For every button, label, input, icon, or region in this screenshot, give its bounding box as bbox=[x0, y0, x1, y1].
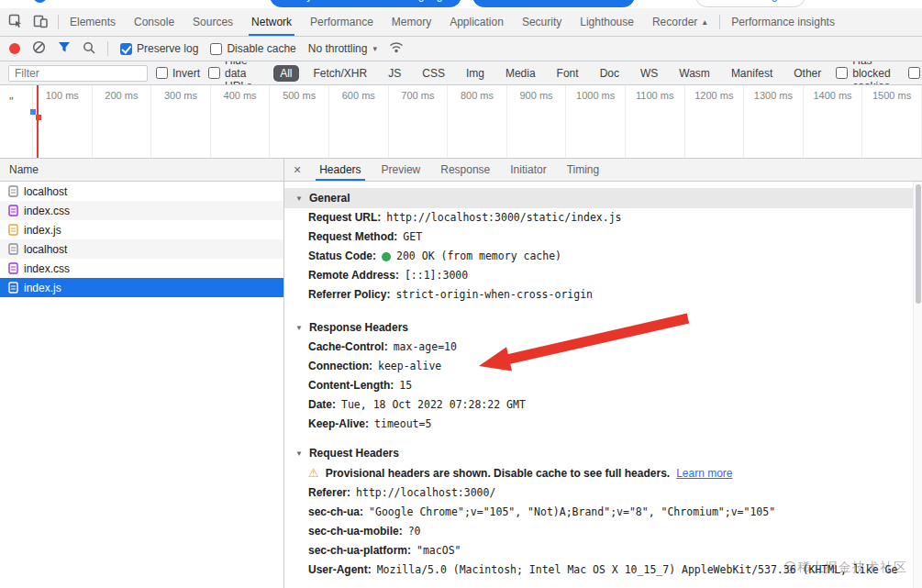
document-icon bbox=[8, 243, 18, 255]
banner-message: DevTools is now available in Chinese! bbox=[54, 0, 246, 2]
checkbox-unchecked[interactable] bbox=[210, 43, 222, 55]
filter-pill-img[interactable]: Img bbox=[460, 65, 491, 82]
js-file-icon bbox=[8, 282, 18, 294]
header-line: sec-ch-ua-platform: "macOS" bbox=[284, 541, 913, 560]
devtools-tabbar: Elements Console Sources Network Perform… bbox=[0, 8, 922, 37]
filter-pill-doc[interactable]: Doc bbox=[594, 65, 626, 82]
request-row-localhost[interactable]: localhost bbox=[0, 182, 283, 201]
recorder-preview-badge-icon: ▲ bbox=[701, 18, 708, 27]
checkbox-unchecked[interactable] bbox=[208, 67, 220, 79]
device-toolbar-icon[interactable] bbox=[33, 14, 48, 31]
filter-pill-other[interactable]: Other bbox=[787, 65, 828, 82]
css-file-icon bbox=[8, 205, 18, 216]
disclosure-triangle-icon: ▼ bbox=[295, 449, 303, 458]
tab-preview[interactable]: Preview bbox=[372, 159, 431, 181]
name-column-header[interactable]: Name bbox=[0, 159, 283, 182]
provisional-headers-warning: ⚠ Provisional headers are shown. Disable… bbox=[284, 463, 913, 483]
header-line: Remote Address: [::1]:3000 bbox=[284, 266, 913, 285]
filter-icon[interactable] bbox=[58, 41, 71, 56]
filter-pill-font[interactable]: Font bbox=[550, 65, 585, 82]
tab-security[interactable]: Security bbox=[513, 8, 571, 36]
filter-pill-js[interactable]: JS bbox=[382, 65, 407, 82]
invert-checkbox[interactable]: Invert bbox=[156, 67, 200, 80]
filter-input[interactable] bbox=[8, 65, 148, 82]
header-line: Referer: http://localhost:3000/ bbox=[284, 483, 913, 503]
section-request-headers[interactable]: ▼ Request Headers bbox=[284, 443, 913, 463]
tab-console[interactable]: Console bbox=[125, 8, 183, 36]
request-row-index-css[interactable]: index.css bbox=[0, 201, 283, 220]
header-line: Keep-Alive: timeout=5 bbox=[284, 415, 913, 434]
tab-sources[interactable]: Sources bbox=[183, 8, 242, 36]
request-row-localhost[interactable]: localhost bbox=[0, 239, 283, 259]
throttling-dropdown[interactable]: No throttling ▾ bbox=[308, 42, 377, 55]
tab-network[interactable]: Network bbox=[242, 8, 301, 36]
timeline-tick: 800 ms bbox=[448, 85, 507, 158]
tab-headers[interactable]: Headers bbox=[309, 159, 371, 181]
vertical-scrollbar[interactable] bbox=[913, 182, 922, 588]
filter-pill-all[interactable]: All bbox=[273, 65, 298, 82]
disclosure-triangle-icon: ▼ bbox=[295, 324, 303, 332]
request-row-index-js[interactable]: index.js bbox=[0, 220, 283, 239]
disable-cache-checkbox[interactable]: Disable cache bbox=[210, 42, 295, 55]
network-overview-timeline[interactable]: 100 ms 200 ms 300 ms 400 ms 500 ms 600 m… bbox=[0, 85, 922, 159]
tab-memory[interactable]: Memory bbox=[383, 8, 440, 36]
request-list-panel: Name localhost index.css index.js localh… bbox=[0, 159, 284, 588]
timeline-tick: 500 ms bbox=[270, 85, 329, 158]
scrollbar-thumb[interactable] bbox=[916, 184, 921, 304]
header-line-cache-control: Cache-Control: max-age=10 bbox=[284, 338, 913, 357]
match-language-button[interactable]: Always match Chrome's language bbox=[270, 0, 461, 7]
timeline-tick: 1500 ms bbox=[862, 85, 922, 158]
blocked-requests-checkbox[interactable] bbox=[908, 67, 920, 79]
warning-icon: ⚠ bbox=[308, 463, 319, 483]
filter-pill-fetch-xhr[interactable]: Fetch/XHR bbox=[307, 65, 374, 82]
filter-pill-ws[interactable]: WS bbox=[634, 65, 664, 82]
timeline-tick: 600 ms bbox=[329, 85, 389, 158]
filter-pill-media[interactable]: Media bbox=[499, 65, 542, 82]
network-conditions-icon[interactable] bbox=[389, 41, 404, 56]
switch-to-chinese-button[interactable]: Switch DevTools to Chinese bbox=[472, 0, 635, 7]
tab-timing[interactable]: Timing bbox=[557, 159, 610, 181]
checkbox-unchecked[interactable] bbox=[836, 67, 848, 79]
timeline-tick: 1300 ms bbox=[744, 85, 804, 158]
timeline-tick: 1000 ms bbox=[566, 85, 626, 158]
stray-glyph: " bbox=[9, 94, 14, 108]
inspect-element-icon[interactable] bbox=[8, 14, 23, 31]
section-response-headers[interactable]: ▼ Response Headers bbox=[284, 317, 913, 338]
chevron-down-icon: ▾ bbox=[372, 44, 377, 53]
filter-pill-manifest[interactable]: Manifest bbox=[725, 65, 779, 82]
timeline-tick: 1400 ms bbox=[804, 85, 863, 158]
dont-show-again-button[interactable]: Don't show again bbox=[695, 0, 805, 7]
tab-recorder[interactable]: Recorder ▲ bbox=[643, 8, 717, 36]
timeline-tick: 300 ms bbox=[151, 85, 211, 158]
js-file-icon bbox=[8, 224, 18, 236]
close-icon[interactable]: × bbox=[284, 159, 309, 181]
divider bbox=[719, 15, 720, 29]
hide-data-urls-checkbox[interactable]: Hide data URLs bbox=[208, 61, 265, 85]
search-icon[interactable] bbox=[83, 41, 95, 57]
record-button[interactable] bbox=[9, 43, 20, 54]
checkbox-checked[interactable] bbox=[120, 43, 132, 55]
preserve-log-checkbox[interactable]: Preserve log bbox=[120, 42, 198, 55]
headers-pane: ▼ General Request URL: http://localhost:… bbox=[284, 182, 913, 588]
section-general[interactable]: ▼ General bbox=[284, 188, 913, 208]
filter-pill-css[interactable]: CSS bbox=[416, 65, 451, 82]
checkbox-unchecked[interactable] bbox=[156, 67, 168, 79]
language-banner: i DevTools is now available in Chinese! … bbox=[0, 0, 922, 8]
tab-performance[interactable]: Performance bbox=[301, 8, 383, 36]
tab-initiator[interactable]: Initiator bbox=[500, 159, 556, 181]
clear-icon[interactable] bbox=[32, 40, 46, 57]
learn-more-link[interactable]: Learn more bbox=[676, 463, 732, 483]
request-row-index-js-selected[interactable]: index.js bbox=[0, 278, 283, 297]
tab-elements[interactable]: Elements bbox=[61, 8, 125, 36]
header-line: Content-Length: 15 bbox=[284, 376, 913, 395]
css-file-icon bbox=[8, 262, 18, 274]
tab-response[interactable]: Response bbox=[430, 159, 500, 181]
tab-performance-insights[interactable]: Performance insights bbox=[722, 8, 844, 36]
request-row-index-css[interactable]: index.css bbox=[0, 259, 283, 278]
has-blocked-cookies-checkbox[interactable]: Has blocked cookies bbox=[836, 61, 903, 85]
tab-lighthouse[interactable]: Lighthouse bbox=[571, 8, 643, 36]
tab-application[interactable]: Application bbox=[440, 8, 513, 36]
timeline-tick: 400 ms bbox=[211, 85, 271, 158]
timeline-tick: 200 ms bbox=[93, 85, 152, 158]
filter-pill-wasm[interactable]: Wasm bbox=[672, 65, 716, 82]
